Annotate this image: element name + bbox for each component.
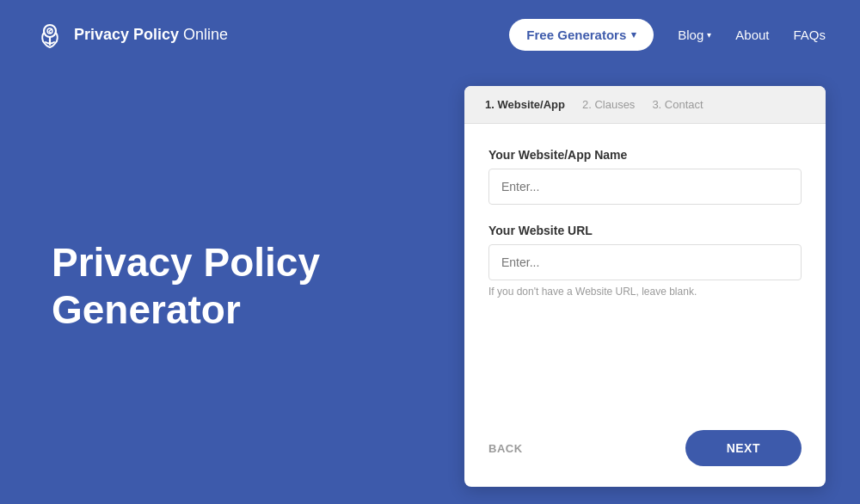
website-name-input[interactable] [488, 169, 802, 205]
header: Privacy Policy Online Free Generators ▾ … [0, 0, 860, 69]
logo-icon [34, 19, 65, 50]
form-actions: BACK NEXT [464, 416, 826, 487]
step-1: 1. Website/App [485, 98, 565, 111]
blog-label: Blog [678, 28, 703, 42]
faqs-label: FAQs [793, 28, 826, 42]
hero-section: Privacy Policy Generator [0, 69, 464, 504]
website-url-hint: If you don't have a Website URL, leave b… [488, 286, 802, 298]
form-body: Your Website/App Name Your Website URL I… [464, 124, 826, 416]
nav-area: Free Generators ▾ Blog ▾ About FAQs [509, 19, 826, 51]
blog-chevron-icon: ▾ [707, 30, 711, 40]
back-button[interactable]: BACK [488, 442, 523, 455]
hero-title: Privacy Policy Generator [52, 239, 320, 334]
website-url-group: Your Website URL If you don't have a Web… [488, 224, 802, 298]
about-label: About [735, 28, 769, 42]
website-name-group: Your Website/App Name [488, 148, 802, 205]
faqs-nav-link[interactable]: FAQs [793, 28, 826, 42]
website-url-input[interactable] [488, 244, 802, 280]
about-nav-link[interactable]: About [735, 28, 769, 42]
website-name-label: Your Website/App Name [488, 148, 802, 162]
website-url-label: Your Website URL [488, 224, 802, 237]
logo-text: Privacy Policy Online [74, 26, 228, 44]
blog-nav-link[interactable]: Blog ▾ [678, 28, 711, 42]
form-panel: 1. Website/App 2. Clauses 3. Contact You… [464, 86, 826, 487]
free-generators-button[interactable]: Free Generators ▾ [509, 19, 654, 51]
chevron-down-icon: ▾ [631, 29, 636, 40]
main-content: Privacy Policy Generator 1. Website/App … [0, 69, 860, 504]
form-steps: 1. Website/App 2. Clauses 3. Contact [464, 86, 826, 124]
logo: Privacy Policy Online [34, 19, 228, 50]
step-2: 2. Clauses [582, 98, 635, 111]
next-button[interactable]: NEXT [685, 430, 802, 466]
free-generators-label: Free Generators [526, 28, 626, 42]
step-3: 3. Contact [652, 98, 703, 111]
